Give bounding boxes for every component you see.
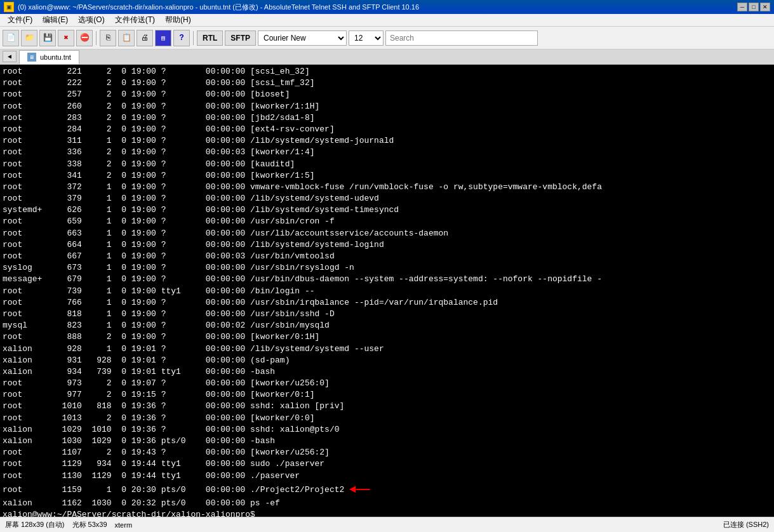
stop-button[interactable]: ⛔ <box>76 30 93 46</box>
sftp-button[interactable]: SFTP <box>225 30 256 46</box>
menu-item-e[interactable]: 编辑(E) <box>37 13 73 27</box>
terminal-line: root 257 2 0 19:00 ? 00:00:00 [bioset] <box>3 89 771 100</box>
copy-button[interactable]: ⎘ <box>100 30 116 46</box>
terminal-line: root 1159 1 0 20:30 pts/0 00:00:00 ./Pro… <box>3 482 771 498</box>
font-select[interactable]: Courier New Consolas Lucida Console <box>258 30 347 46</box>
status-terminal: xterm <box>115 521 133 529</box>
terminal-line: root 222 2 0 19:00 ? 00:00:00 [scsi_tmf_… <box>3 77 771 89</box>
terminal-line: root 766 1 0 19:00 ? 00:00:00 /usr/sbin/… <box>3 297 771 309</box>
terminal-line: root 659 1 0 19:00 ? 00:00:00 /usr/sbin/… <box>3 216 771 227</box>
terminal-line: root 336 2 0 19:00 ? 00:00:03 [kworker/1… <box>3 147 771 158</box>
terminal-line: mysql 823 1 0 19:00 ? 00:00:02 /usr/sbin… <box>3 320 771 331</box>
terminal-line: xalion 928 1 0 19:01 ? 00:00:00 /lib/sys… <box>3 343 771 355</box>
terminal-line: root 664 1 0 19:00 ? 00:00:00 /lib/syste… <box>3 239 771 251</box>
title-controls: ─ □ ✕ <box>737 3 770 11</box>
terminal-line: root 338 2 0 19:00 ? 00:00:00 [kauditd] <box>3 159 771 170</box>
terminal-line: root 221 2 0 19:00 ? 00:00:00 [scsi_eh_3… <box>3 66 771 77</box>
menu-item-f[interactable]: 文件(F) <box>3 13 37 27</box>
title-bar: ▣ (0) xalion@www: ~/PAServer/scratch-dir… <box>0 0 774 14</box>
save-button[interactable]: 💾 <box>39 30 56 46</box>
menu-item-t[interactable]: 文件传送(T) <box>110 13 160 27</box>
app-icon: ▣ <box>4 2 14 12</box>
rtl-button[interactable]: RTL <box>197 30 223 46</box>
status-bar: 屏幕 128x39 (自动) 光标 53x39 xterm 已连接 (SSH2) <box>0 517 774 532</box>
terminal-line: xalion 1162 1030 0 20:32 pts/0 00:00:00 … <box>3 498 771 509</box>
maximize-button[interactable]: □ <box>749 3 759 11</box>
terminal-line: root 667 1 0 19:00 ? 00:00:03 /usr/bin/v… <box>3 251 771 262</box>
terminal-line: message+ 679 1 0 19:00 ? 00:00:00 /usr/b… <box>3 274 771 285</box>
red-arrow: ◄—— <box>349 483 370 496</box>
separator-1 <box>96 31 97 45</box>
tab-ubuntu[interactable]: 🖥 ubuntu.tnt <box>19 50 79 64</box>
menu-bar: 文件(F)编辑(E)选项(O)文件传送(T)帮助(H) <box>0 14 774 27</box>
terminal-line: root 663 1 0 19:00 ? 00:00:00 /usr/lib/a… <box>3 228 771 239</box>
terminal: root 221 2 0 19:00 ? 00:00:00 [scsi_eh_3… <box>0 65 774 517</box>
terminal-line: root 284 2 0 19:00 ? 00:00:00 [ext4-rsv-… <box>3 124 771 135</box>
title-text: (0) xalion@www: ~/PAServer/scratch-dir/x… <box>18 3 419 12</box>
terminal-line: xalion 934 739 0 19:01 tty1 00:00:00 -ba… <box>3 366 771 378</box>
close-button[interactable]: ✕ <box>760 3 770 11</box>
terminal-line: xalion@www:~/PAServer/scratch-dir/xalion… <box>3 509 771 517</box>
separator-2 <box>193 31 194 45</box>
terminal-line: systemd+ 626 1 0 19:00 ? 00:00:00 /lib/s… <box>3 204 771 216</box>
terminal-line: root 341 2 0 19:00 ? 00:00:00 [kworker/1… <box>3 170 771 182</box>
menu-item-h[interactable]: 帮助(H) <box>160 13 196 27</box>
terminal-line: xalion 931 928 0 19:01 ? 00:00:00 (sd-pa… <box>3 355 771 366</box>
menu-item-o[interactable]: 选项(O) <box>73 13 109 27</box>
paste-button[interactable]: 📋 <box>118 30 135 46</box>
status-screen: 屏幕 128x39 (自动) <box>5 520 65 529</box>
terminal-line: root 283 2 0 19:00 ? 00:00:00 [jbd2/sda1… <box>3 112 771 124</box>
terminal-line: root 1130 1129 0 19:44 tty1 00:00:00 ./p… <box>3 470 771 482</box>
terminal-line: syslog 673 1 0 19:00 ? 00:00:00 /usr/sbi… <box>3 262 771 274</box>
toolbar: 📄 📁 💾 ✖ ⛔ ⎘ 📋 🖨 ▤ ? RTL SFTP Courier New… <box>0 27 774 50</box>
disconnect-button[interactable]: ✖ <box>58 30 74 46</box>
terminal-line: root 1013 2 0 19:36 ? 00:00:00 [kworker/… <box>3 413 771 424</box>
tab-label: ubuntu.tnt <box>40 53 71 61</box>
terminal-line: root 973 2 0 19:07 ? 00:00:00 [kworker/u… <box>3 378 771 389</box>
search-input[interactable] <box>385 30 538 46</box>
terminal-line: root 739 1 0 19:00 tty1 00:00:00 /bin/lo… <box>3 286 771 297</box>
terminal-line: root 1107 2 0 19:43 ? 00:00:00 [kworker/… <box>3 447 771 458</box>
help-button[interactable]: ? <box>173 30 190 46</box>
terminal-line: root 977 2 0 19:15 ? 00:00:00 [kworker/0… <box>3 389 771 401</box>
font-size-select[interactable]: 8 10 12 14 16 <box>349 30 384 46</box>
terminal-line: root 1010 818 0 19:36 ? 00:00:00 sshd: x… <box>3 401 771 412</box>
tab-scroll-left[interactable]: ◀ <box>3 51 17 62</box>
terminal-line: xalion 1030 1029 0 19:36 pts/0 00:00:00 … <box>3 436 771 447</box>
minimize-button[interactable]: ─ <box>737 3 747 11</box>
terminal-line: root 888 2 0 19:00 ? 00:00:00 [kworker/0… <box>3 331 771 343</box>
status-cursor: 光标 53x39 <box>72 520 107 529</box>
terminal-line: root 311 1 0 19:00 ? 00:00:00 /lib/syste… <box>3 135 771 147</box>
new-button[interactable]: 📄 <box>3 30 19 46</box>
terminal-line: root 379 1 0 19:00 ? 00:00:00 /lib/syste… <box>3 193 771 204</box>
print-button[interactable]: 🖨 <box>137 30 153 46</box>
terminal-line: xalion 1029 1010 0 19:36 ? 00:00:00 sshd… <box>3 424 771 436</box>
terminal-line: root 1129 934 0 19:44 tty1 00:00:00 sudo… <box>3 458 771 470</box>
status-connection: 已连接 (SSH2) <box>723 520 769 529</box>
open-button[interactable]: 📁 <box>21 30 37 46</box>
status-left: 屏幕 128x39 (自动) 光标 53x39 xterm <box>5 520 132 529</box>
tab-bar: ◀ 🖥 ubuntu.tnt <box>0 50 774 65</box>
terminal-line: root 260 2 0 19:00 ? 00:00:00 [kworker/1… <box>3 101 771 112</box>
terminal-line: root 818 1 0 19:00 ? 00:00:00 /usr/sbin/… <box>3 309 771 320</box>
tab-icon: 🖥 <box>27 53 36 62</box>
print2-button[interactable]: ▤ <box>155 30 171 46</box>
terminal-line: root 372 1 0 19:00 ? 00:00:00 vmware-vmb… <box>3 182 771 193</box>
title-bar-left: ▣ (0) xalion@www: ~/PAServer/scratch-dir… <box>4 2 419 12</box>
